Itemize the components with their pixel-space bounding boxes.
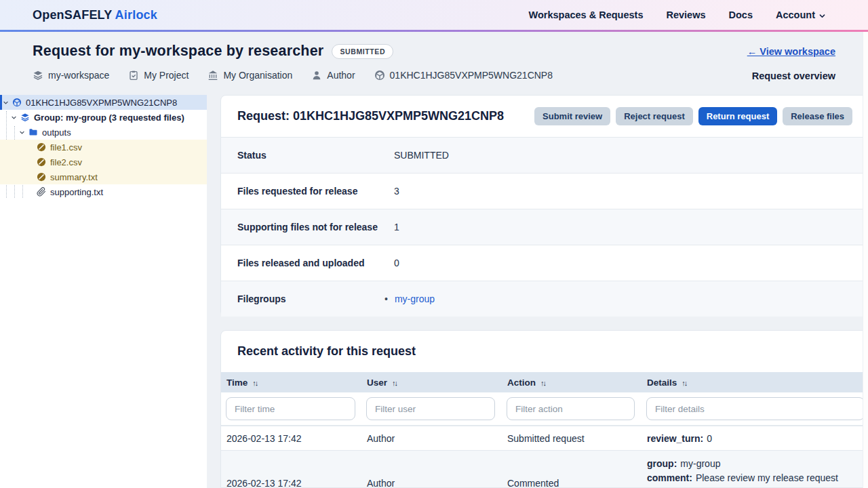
filegroup-link[interactable]: my-group xyxy=(395,293,435,304)
meta-workspace: my-workspace xyxy=(33,70,109,81)
meta-request-id-label: 01KHC1HJG85VXPMP5WNG21CNP8 xyxy=(390,70,553,81)
tree-item-file2[interactable]: file2.csv xyxy=(0,155,207,169)
project-icon xyxy=(128,70,139,81)
activity-details: review_turn:0 xyxy=(647,426,712,450)
request-icon xyxy=(374,70,385,81)
airlock-app: OpenSAFELY Airlock Workspaces & Requests… xyxy=(0,0,868,488)
detail-value: 1 xyxy=(394,222,399,232)
request-icon xyxy=(12,98,22,107)
chevron-down-icon xyxy=(818,12,826,20)
scrollbar-track[interactable] xyxy=(863,32,868,488)
detail-row-files-requested: Files requested for release 3 xyxy=(221,173,868,209)
organisation-icon xyxy=(208,70,218,81)
meta-author-label: Author xyxy=(327,70,355,81)
page-header: Request for my-workspace by researcher S… xyxy=(0,32,868,95)
meta-organisation: My Organisation xyxy=(208,70,292,81)
tree-item-request-root[interactable]: 01KHC1HJG85VXPMP5WNG21CNP8 xyxy=(0,95,207,110)
folder-icon xyxy=(28,127,38,137)
column-header-time[interactable]: Time↑↓ xyxy=(226,378,257,388)
submit-review-button[interactable]: Submit review xyxy=(534,107,610,125)
breadcrumb: my-workspace My Project My Organisation … xyxy=(33,70,553,81)
activity-user: Author xyxy=(367,451,395,488)
meta-project: My Project xyxy=(128,70,189,81)
tree-item-label: outputs xyxy=(42,127,71,138)
detail-label: Files requested for release xyxy=(237,186,357,197)
nav-reviews[interactable]: Reviews xyxy=(666,9,705,20)
meta-workspace-label: my-workspace xyxy=(48,70,109,81)
activity-table-header: Time↑↓ User↑↓ Action↑↓ Details↑↓ xyxy=(221,372,868,392)
paperclip-icon xyxy=(37,187,46,197)
sort-icon[interactable]: ↑↓ xyxy=(252,379,257,387)
detail-row-files-released: Files released and uploaded 0 xyxy=(221,245,868,281)
status-badge: SUBMITTED xyxy=(332,44,393,59)
tree-item-summary[interactable]: summary.txt xyxy=(0,169,207,184)
title-row: Request for my-workspace by researcher S… xyxy=(33,43,393,60)
sort-icon[interactable]: ↑↓ xyxy=(392,379,397,387)
activity-row: 2026-02-13 17:42 Author Submitted reques… xyxy=(221,426,868,450)
column-header-user[interactable]: User↑↓ xyxy=(367,378,397,388)
detail-value: 0 xyxy=(394,258,399,268)
meta-project-label: My Project xyxy=(144,70,189,81)
tree-item-label: summary.txt xyxy=(50,172,98,182)
request-details-card: Request: 01KHC1HJG85VXPMP5WNG21CNP8 Subm… xyxy=(220,95,868,317)
nav-items: Workspaces & Requests Reviews Docs Accou… xyxy=(529,9,826,20)
view-workspace-link[interactable]: ← View workspace xyxy=(747,46,835,57)
filter-details-input[interactable] xyxy=(646,397,865,420)
release-files-button[interactable]: Release files xyxy=(783,107,852,125)
activity-time: 2026-02-13 17:42 xyxy=(226,451,302,488)
chevron-down-icon[interactable] xyxy=(11,115,17,121)
detail-label: Status xyxy=(237,150,267,161)
under-review-icon xyxy=(37,157,46,167)
request-actions: Submit review Reject request Return requ… xyxy=(534,107,852,125)
activity-user: Author xyxy=(367,426,395,450)
activity-action: Submitted request xyxy=(507,426,585,450)
activity-time: 2026-02-13 17:42 xyxy=(226,426,302,450)
file-tree-sidebar: 01KHC1HJG85VXPMP5WNG21CNP8 Group: my-gro… xyxy=(0,95,207,488)
request-card-header: Request: 01KHC1HJG85VXPMP5WNG21CNP8 Subm… xyxy=(221,96,868,137)
detail-row-supporting-files: Supporting files not for release 1 xyxy=(221,209,868,245)
activity-filter-row xyxy=(221,392,868,426)
tree-item-file1[interactable]: file1.csv xyxy=(0,140,207,155)
request-overview-label: Request overview xyxy=(752,70,835,81)
nav-account-label: Account xyxy=(776,9,815,20)
tree-item-label: file1.csv xyxy=(50,142,82,152)
nav-workspaces-requests[interactable]: Workspaces & Requests xyxy=(529,9,644,20)
activity-card-header: Recent activity for this request xyxy=(221,331,868,372)
meta-organisation-label: My Organisation xyxy=(223,70,292,81)
return-request-button[interactable]: Return request xyxy=(698,107,777,125)
filter-action-input[interactable] xyxy=(507,397,635,420)
request-card-title: Request: 01KHC1HJG85VXPMP5WNG21CNP8 xyxy=(237,109,504,123)
brand-opensafely: OpenSAFELY xyxy=(33,8,112,22)
sort-icon[interactable]: ↑↓ xyxy=(540,379,545,387)
recent-activity-card: Recent activity for this request Time↑↓ … xyxy=(220,330,868,488)
page-title: Request for my-workspace by researcher xyxy=(33,43,323,60)
chevron-down-icon[interactable] xyxy=(19,129,25,136)
nav-docs[interactable]: Docs xyxy=(729,9,753,20)
brand-logo[interactable]: OpenSAFELY Airlock xyxy=(33,8,157,22)
sort-icon[interactable]: ↑↓ xyxy=(682,379,686,387)
tree-item-label: file2.csv xyxy=(50,157,82,167)
activity-details: group:my-group comment:Please review my … xyxy=(647,457,838,488)
detail-value: SUBMITTED xyxy=(394,150,449,161)
tree-item-group[interactable]: Group: my-group (3 requested files) xyxy=(0,110,207,125)
tree-item-outputs-folder[interactable]: outputs xyxy=(0,125,207,140)
top-nav: OpenSAFELY Airlock Workspaces & Requests… xyxy=(0,0,868,30)
filter-user-input[interactable] xyxy=(366,397,495,420)
list-bullet: • xyxy=(384,293,388,304)
tree-item-supporting[interactable]: supporting.txt xyxy=(0,184,207,199)
filter-time-input[interactable] xyxy=(226,397,355,420)
detail-value: •my-group xyxy=(394,293,435,304)
detail-row-status: Status SUBMITTED xyxy=(221,137,868,173)
nav-account-menu[interactable]: Account xyxy=(776,9,826,20)
layers-icon xyxy=(33,70,43,81)
chevron-down-icon[interactable] xyxy=(3,100,9,106)
tree-item-label: supporting.txt xyxy=(50,187,103,197)
meta-request-id: 01KHC1HJG85VXPMP5WNG21CNP8 xyxy=(374,70,553,81)
reject-request-button[interactable]: Reject request xyxy=(616,107,693,125)
brand-airlock: Airlock xyxy=(115,8,157,22)
meta-author: Author xyxy=(311,70,355,81)
layers-icon xyxy=(20,113,30,122)
detail-row-filegroups: Filegroups •my-group xyxy=(221,281,868,317)
column-header-details[interactable]: Details↑↓ xyxy=(647,378,686,388)
column-header-action[interactable]: Action↑↓ xyxy=(507,378,545,388)
